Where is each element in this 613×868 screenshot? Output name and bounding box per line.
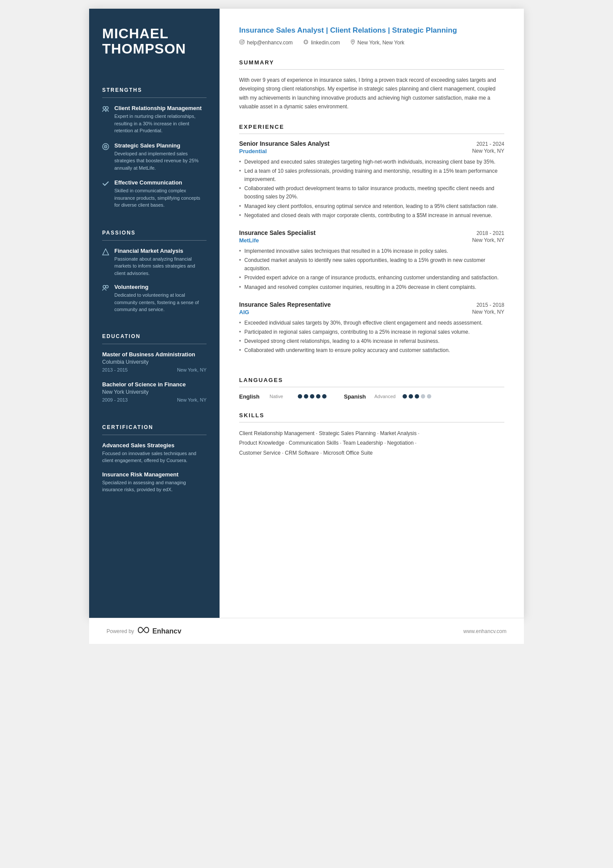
exp-3-role: Insurance Sales Representative [239,301,331,308]
svg-point-12 [352,41,353,42]
exp-3-bullets: Exceeded individual sales targets by 30%… [239,319,504,355]
passion-1-desc: Passionate about analyzing financial mar… [114,255,207,277]
passion-1-title: Financial Market Analysis [114,248,207,254]
passions-title: PASSIONS [102,230,207,236]
skills-row-2: Product Knowledge · Communication Skills… [239,438,504,448]
exp-item-2: Insurance Sales Specialist 2018 - 2021 M… [239,229,504,292]
volunteer-icon [102,285,110,293]
dot [310,394,314,399]
strength-2-desc: Developed and implemented sales strategi… [114,150,207,172]
main-content: Insurance Sales Analyst | Client Relatio… [220,9,524,618]
lang-spanish-level: Advanced [374,394,398,399]
exp-1-bullets: Developed and executed sales strategies … [239,158,504,220]
lang-spanish-name: Spanish [344,393,370,400]
lang-spanish-dots [403,394,431,399]
finance-icon [102,248,110,257]
bullet: Collaborated with product development te… [239,184,504,201]
resume-headline: Insurance Sales Analyst | Client Relatio… [239,26,504,35]
exp-3-location: New York, NY [472,309,504,315]
strength-1-title: Client Relationship Management [114,105,207,111]
edu-1-years: 2013 - 2015 [102,367,128,372]
cert-2-desc: Specialized in assessing and managing in… [102,479,207,493]
passion-2-desc: Dedicated to volunteering at local commu… [114,292,207,313]
cert-item-1: Advanced Sales Strategies Focused on inn… [102,442,207,464]
edu-1-location: New York, NY [177,367,207,372]
bullet: Developed strong client relationships, l… [239,337,504,345]
enhancv-brand: Enhancv [152,627,181,635]
location-value: New York, New York [357,40,404,46]
checkmark-icon [102,180,110,188]
edu-item-2: Bachelor of Science in Finance New York … [102,381,207,402]
exp-1-location: New York, NY [472,148,504,154]
skills-title: SKILLS [239,412,504,419]
experience-divider [239,134,504,134]
svg-point-11 [305,40,307,44]
linkedin-value: linkedin.com [311,40,340,46]
lang-english: English Native [239,393,326,400]
contact-row: help@enhancv.com linkedin.com [239,39,504,46]
edu-1-degree: Master of Business Administration [102,351,207,358]
passion-item-2: Volunteering Dedicated to volunteering a… [102,284,207,313]
dot [415,394,419,399]
bullet: Participated in regional sales campaigns… [239,328,504,336]
dot [298,394,302,399]
strengths-divider [102,97,207,98]
bullet: Exceeded individual sales targets by 30%… [239,319,504,327]
dot [403,394,407,399]
location-contact: New York, New York [350,39,404,46]
svg-marker-5 [103,249,109,255]
candidate-name: MICHAEL THOMPSON [102,26,207,57]
languages-divider [239,387,504,387]
dot [304,394,308,399]
enhancv-logo: Enhancv [137,626,181,636]
strength-item-1: Client Relationship Management Expert in… [102,105,207,134]
skills-divider [239,422,504,422]
summary-text: With over 9 years of experience in insur… [239,76,504,111]
languages-title: LANGUAGES [239,377,504,383]
exp-2-role: Insurance Sales Specialist [239,229,316,236]
summary-title: SUMMARY [239,59,504,66]
passion-2-title: Volunteering [114,284,207,290]
enhancv-symbol [137,626,150,636]
strength-item-3: Effective Communication Skilled in commu… [102,179,207,209]
svg-point-4 [105,146,106,147]
location-icon [350,39,355,46]
cert-2-title: Insurance Risk Management [102,471,207,478]
cert-1-title: Advanced Sales Strategies [102,442,207,449]
exp-item-3: Insurance Sales Representative 2015 - 20… [239,301,504,355]
exp-1-dates: 2021 - 2024 [476,141,504,147]
exp-1-company: Prudential [239,148,267,154]
skills-row-3: Customer Service · CRM Software · Micros… [239,448,504,458]
exp-2-location: New York, NY [472,237,504,244]
exp-1-role: Senior Insurance Sales Analyst [239,140,330,147]
lang-english-dots [298,394,326,399]
bullet: Negotiated and closed deals with major c… [239,211,504,220]
bullet: Managed and resolved complex customer in… [239,283,504,292]
svg-point-6 [103,285,106,288]
bullet: Implemented innovative sales techniques … [239,247,504,255]
education-divider [102,344,207,344]
bullet: Led a team of 10 sales professionals, pr… [239,167,504,184]
exp-3-dates: 2015 - 2018 [476,302,504,308]
strength-3-desc: Skilled in communicating complex insuran… [114,187,207,209]
bullet: Collaborated with underwriting team to e… [239,346,504,355]
resume-footer: Powered by Enhancv www.enhancv.com [89,618,524,644]
email-value: help@enhancv.com [247,40,293,46]
bullet: Managed key client portfolios, ensuring … [239,202,504,211]
experience-section: EXPERIENCE Senior Insurance Sales Analys… [239,124,504,365]
linkedin-icon [303,39,309,46]
dot [427,394,431,399]
email-icon [239,39,245,46]
cert-1-desc: Focused on innovative sales techniques a… [102,450,207,464]
strength-1-desc: Expert in nurturing client relationships… [114,113,207,134]
exp-2-bullets: Implemented innovative sales techniques … [239,247,504,292]
certification-divider [102,435,207,435]
svg-point-0 [103,107,106,109]
summary-divider [239,69,504,70]
strength-2-title: Strategic Sales Planning [114,142,207,149]
svg-point-9 [241,41,243,43]
summary-section: SUMMARY With over 9 years of experience … [239,59,504,111]
lang-spanish: Spanish Advanced [344,393,431,400]
dot [421,394,425,399]
footer-website: www.enhancv.com [463,628,506,634]
